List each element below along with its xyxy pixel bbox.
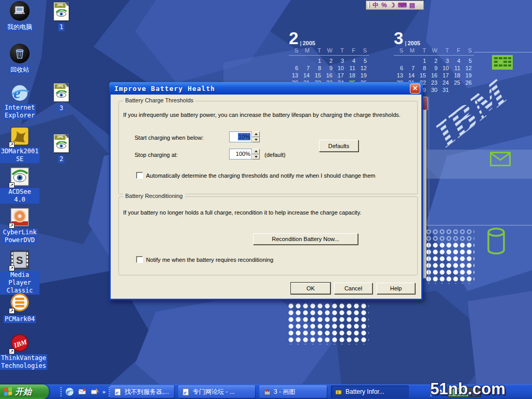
- taskbar-button-label: Battery Infor...: [345, 388, 384, 395]
- taskbar-button-4[interactable]: !Battery Infor...: [331, 385, 409, 398]
- desktop-icon-acdsee[interactable]: ↗ ACDSee 4.0: [0, 167, 39, 204]
- battery-reconditioning-group: Battery Reconditioning If your battery n…: [118, 196, 418, 275]
- quicklaunch-internet-explorer-icon[interactable]: e: [65, 387, 74, 396]
- calendar-weekday: S: [394, 47, 405, 56]
- start-charging-input[interactable]: 10%: [229, 131, 252, 142]
- notify-reconditioning-label[interactable]: Notify me when the battery requires reco…: [146, 257, 414, 263]
- shortcut-arrow-icon: ↗: [9, 182, 15, 188]
- watermark-51nb: 51nb.com: [430, 380, 506, 398]
- icon-label: 我的电脑: [6, 23, 33, 31]
- desktop-icon-jpg-2[interactable]: JPG 2: [42, 134, 81, 163]
- calendar-day: 8: [417, 65, 428, 71]
- ime-language-bar[interactable]: 中 % ☽ ⌨ ▤: [366, 1, 424, 10]
- calendar-day: 4: [451, 58, 462, 64]
- ok-button[interactable]: OK: [291, 283, 330, 294]
- auto-determine-label[interactable]: Automatically determine the charging thr…: [146, 172, 414, 179]
- dialog-titlebar[interactable]: Improve Battery Health ✕: [109, 82, 423, 95]
- calendar-weekday: M: [300, 47, 312, 56]
- calendar-day: 8: [312, 65, 323, 71]
- desktop-icon-internet-explorer[interactable]: e Internet Explorer: [0, 83, 39, 119]
- desktop-icon-jpg-3[interactable]: JPG 3: [42, 83, 81, 112]
- quick-launch: e »: [58, 384, 112, 399]
- battery-charge-thresholds-group: Battery Charge Thresholds If you infrequ…: [118, 101, 418, 194]
- desktop-icon-pcmark04[interactable]: ↗ PCMark04: [0, 293, 39, 323]
- desktop-icon-recycle-bin[interactable]: 回收站: [0, 44, 39, 74]
- taskbar-buttons: e找不到服务器,...e专门网论坛 - ...3 - 画图!Battery In…: [110, 385, 409, 398]
- calendar-weekday: T: [312, 47, 323, 56]
- calendar-day: 12: [357, 65, 369, 71]
- close-button[interactable]: ✕: [410, 84, 420, 94]
- jpg-badge: JPG: [55, 84, 65, 89]
- calendar-day: [289, 58, 300, 64]
- shortcut-arrow-icon: ↗: [9, 223, 15, 229]
- quicklaunch-outlook-express-icon[interactable]: [77, 387, 87, 396]
- calendar-day: [451, 87, 462, 93]
- ime-menu-icon[interactable]: ▤: [409, 2, 415, 9]
- quicklaunch-show-desktop-icon[interactable]: [90, 387, 99, 396]
- spin-down-icon[interactable]: [252, 154, 260, 160]
- calendar-day: 6: [394, 65, 405, 71]
- ime-chinese-mode-icon[interactable]: 中: [373, 2, 379, 9]
- calendar-weekday: S: [357, 47, 369, 56]
- calendar-day: 12: [462, 65, 474, 71]
- calendar-day: 14: [300, 72, 312, 78]
- help-button[interactable]: Help: [377, 283, 415, 294]
- calendar-weekday: M: [405, 47, 417, 56]
- desktop-icon-media-player-classic[interactable]: S ↗ Media Player Classic: [0, 250, 39, 295]
- svg-text:e: e: [184, 389, 187, 395]
- desktop-icon-3dmark2001[interactable]: ↗ 3DMark2001 SE: [0, 127, 39, 163]
- taskbar-button-2[interactable]: e专门网论坛 - ...: [178, 385, 255, 398]
- calendar-day: 15: [312, 72, 323, 78]
- start-button[interactable]: 开始: [0, 384, 49, 399]
- taskbar-button-1[interactable]: e找不到服务器,...: [110, 385, 174, 398]
- toolbar-separator[interactable]: [60, 387, 62, 397]
- spin-down-icon[interactable]: [252, 137, 260, 143]
- quicklaunch-overflow-chevron[interactable]: »: [102, 389, 105, 395]
- spin-up-icon[interactable]: [252, 149, 260, 154]
- calendar-month-number: 3: [394, 31, 403, 46]
- dot-pattern-right: [426, 243, 474, 284]
- stop-charging-spinner[interactable]: [252, 149, 260, 159]
- defaults-button[interactable]: Defaults: [319, 140, 358, 152]
- page-fold: [65, 135, 69, 138]
- calendar-day: 1: [417, 58, 428, 64]
- recondition-battery-button[interactable]: Recondition Battery Now...: [253, 233, 358, 245]
- acdsee-icon: ↗: [10, 167, 30, 187]
- spin-up-icon[interactable]: [252, 131, 260, 137]
- jpg-file-icon: JPG: [54, 83, 69, 102]
- calendar-weekday: T: [335, 47, 346, 56]
- ime-width-toggle-icon[interactable]: %: [381, 2, 387, 9]
- improve-battery-health-dialog: Improve Battery Health ✕ Battery Charge …: [109, 82, 423, 300]
- recycle-bin-icon: [10, 44, 30, 63]
- wallpaper-line-mid: [426, 225, 532, 225]
- jpg-badge: JPG: [55, 3, 65, 8]
- calendar-year: 2005: [300, 40, 315, 46]
- calendar-day: 13: [289, 72, 300, 78]
- ime-soft-keyboard-icon[interactable]: ⌨: [397, 2, 406, 9]
- icon-label: 3: [58, 104, 64, 112]
- 3dmark2001-icon: ↗: [10, 127, 30, 147]
- auto-determine-checkbox[interactable]: [136, 172, 143, 179]
- cancel-button[interactable]: Cancel: [334, 283, 373, 294]
- notify-reconditioning-checkbox[interactable]: [136, 256, 143, 263]
- ime-punctuation-icon[interactable]: ☽: [390, 2, 395, 9]
- desktop-icon-jpg-1[interactable]: JPG 1: [42, 2, 81, 31]
- dot-pattern-hollow: [426, 229, 474, 243]
- start-charging-spinner[interactable]: [252, 131, 260, 142]
- calendar-weekday: T: [417, 47, 428, 56]
- desktop-icon-thinkvantage[interactable]: IBM ↗ ThinkVantage Technologies: [0, 334, 39, 370]
- ime-drag-handle[interactable]: [368, 2, 370, 8]
- calendar-weekday: F: [346, 47, 357, 56]
- page-fold: [65, 84, 69, 87]
- calendar-day: 25: [451, 79, 462, 86]
- media-player-classic-icon: S ↗: [10, 250, 30, 270]
- icon-label: 2: [58, 155, 64, 163]
- desktop-icon-powerdvd[interactable]: ↗ CyberLink PowerDVD: [0, 208, 39, 244]
- calendar-day: 18: [451, 72, 462, 78]
- icon-label: 3DMark2001 SE: [0, 148, 39, 163]
- taskbar-button-3[interactable]: 3 - 画图: [259, 385, 327, 398]
- calendar-day: 26: [462, 79, 474, 86]
- desktop-screen: IBM 22005SMTWTFS123456789101112131415161…: [0, 0, 532, 399]
- desktop-icon-my-computer[interactable]: 我的电脑: [0, 1, 39, 31]
- stop-charging-input[interactable]: 100%: [229, 149, 252, 159]
